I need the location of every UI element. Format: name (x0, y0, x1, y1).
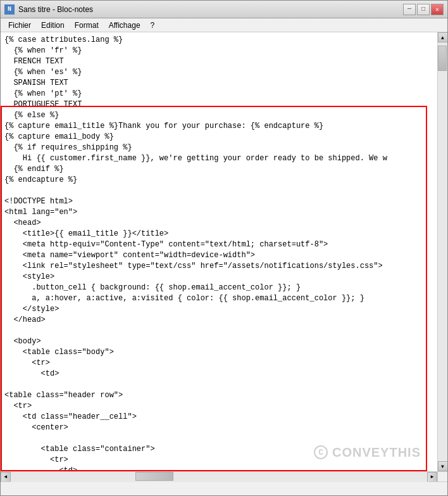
titlebar: N Sans titre - Bloc-notes ─ □ ✕ (1, 1, 447, 18)
menu-help[interactable]: ? (146, 20, 160, 31)
watermark-text: CONVEYTHIS (332, 445, 421, 460)
scroll-track-h[interactable] (11, 472, 427, 482)
watermark-icon: C (313, 445, 328, 460)
window-title: Sans titre - Bloc-notes (18, 5, 93, 14)
scroll-left-button[interactable]: ◄ (1, 472, 11, 482)
scroll-thumb-h[interactable] (135, 472, 173, 481)
notepad-window: N Sans titre - Bloc-notes ─ □ ✕ Fichier … (0, 0, 448, 496)
app-icon: N (4, 4, 15, 15)
scroll-track-v[interactable] (438, 42, 447, 461)
menu-affichage[interactable]: Affichage (104, 20, 146, 31)
horizontal-scrollbar[interactable]: ◄ ► (1, 471, 447, 481)
titlebar-left: N Sans titre - Bloc-notes (4, 4, 93, 15)
scroll-up-button[interactable]: ▲ (438, 32, 448, 42)
window-controls[interactable]: ─ □ ✕ (403, 4, 444, 15)
editor-container: {% case attributes.lang %} {% when 'fr' … (1, 32, 447, 471)
editor-scroll[interactable]: {% case attributes.lang %} {% when 'fr' … (1, 32, 437, 471)
maximize-button[interactable]: □ (417, 4, 430, 15)
watermark: C CONVEYTHIS (313, 445, 421, 460)
menubar: Fichier Edition Format Affichage ? (1, 18, 447, 32)
scroll-right-button[interactable]: ► (427, 472, 437, 482)
scroll-thumb-v[interactable] (438, 46, 447, 71)
menu-fichier[interactable]: Fichier (3, 20, 36, 31)
scroll-down-button[interactable]: ▼ (438, 461, 448, 471)
menu-format[interactable]: Format (70, 20, 104, 31)
minimize-button[interactable]: ─ (403, 4, 416, 15)
vertical-scrollbar[interactable]: ▲ ▼ (437, 32, 447, 471)
code-area[interactable]: {% case attributes.lang %} {% when 'fr' … (1, 32, 437, 471)
statusbar (1, 481, 447, 495)
menu-edition[interactable]: Edition (36, 20, 70, 31)
scrollbar-corner (437, 472, 447, 482)
svg-text:C: C (318, 448, 323, 457)
close-button[interactable]: ✕ (431, 4, 444, 15)
